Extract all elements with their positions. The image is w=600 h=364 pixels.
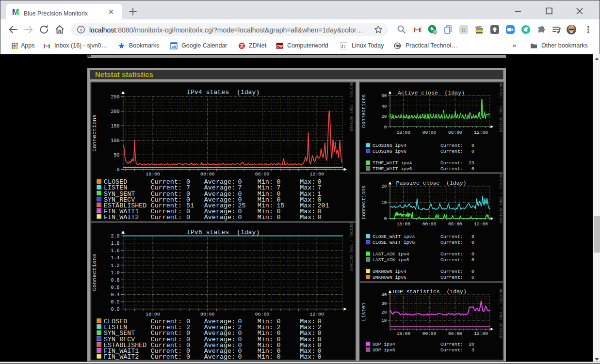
- svg-text:0: 0: [116, 167, 119, 173]
- svg-text:FIN_WAIT2: FIN_WAIT2: [104, 214, 139, 221]
- svg-text:Min:: Min:: [258, 214, 273, 221]
- svg-text:Current:: Current:: [440, 257, 463, 263]
- svg-text:Min:: Min:: [258, 353, 273, 361]
- svg-text:Current:: Current:: [440, 275, 463, 280]
- svg-text:Connections: Connections: [91, 253, 98, 291]
- svg-text:0: 0: [186, 353, 190, 361]
- svg-text:RRDTOOL / TOBI OETIKER: RRDTOOL / TOBI OETIKER: [349, 222, 353, 271]
- svg-text:0: 0: [471, 143, 474, 148]
- svg-text:Connections: Connections: [361, 186, 367, 219]
- svg-text:TIME_WAIT ipv6: TIME_WAIT ipv6: [373, 166, 412, 172]
- svg-text:Current:: Current:: [440, 348, 463, 353]
- svg-text:Current:: Current:: [440, 342, 463, 347]
- svg-text:00:00: 00:00: [422, 222, 437, 227]
- svg-text:60: 60: [381, 93, 387, 98]
- svg-text:R: R: [462, 27, 466, 33]
- svg-text:18:00: 18:00: [396, 222, 410, 227]
- svg-text:1.6: 1.6: [111, 248, 119, 253]
- svg-text:0: 0: [238, 353, 242, 361]
- svg-text:RRDTOOL / TOBI OETIKER: RRDTOOL / TOBI OETIKER: [499, 174, 503, 223]
- svg-text:3: 3: [471, 348, 474, 353]
- svg-text:00:00: 00:00: [200, 312, 215, 317]
- svg-text:?: ?: [434, 31, 436, 34]
- svg-text:LAST_ACK ipv6: LAST_ACK ipv6: [373, 257, 409, 263]
- svg-text:30: 30: [381, 301, 387, 306]
- svg-text:00:00: 00:00: [200, 172, 215, 177]
- svg-text:UNKNOWN ipv6: UNKNOWN ipv6: [373, 275, 406, 280]
- svg-text:UDP statistics (1day): UDP statistics (1day): [393, 288, 467, 295]
- svg-text:0: 0: [186, 214, 190, 221]
- svg-text:Current:: Current:: [440, 160, 463, 166]
- svg-text:Active close (1day): Active close (1day): [398, 90, 465, 96]
- svg-text:0: 0: [277, 353, 281, 361]
- svg-text:100: 100: [111, 138, 119, 143]
- svg-text:0: 0: [238, 214, 242, 221]
- svg-text:CLOSING ipv6: CLOSING ipv6: [373, 149, 406, 154]
- svg-text:Current:: Current:: [440, 252, 463, 257]
- svg-text:TIME_WAIT ipv4: TIME_WAIT ipv4: [373, 160, 412, 166]
- svg-text:Current:: Current:: [440, 269, 463, 274]
- svg-text:CW: CW: [276, 44, 283, 48]
- svg-text:23: 23: [469, 160, 474, 166]
- svg-text:12:00: 12:00: [309, 312, 324, 317]
- svg-text:1.8: 1.8: [111, 241, 119, 246]
- svg-text:IPv4 states (1day): IPv4 states (1day): [187, 89, 259, 96]
- svg-text:0: 0: [277, 214, 281, 221]
- svg-text:UDP ipv6: UDP ipv6: [373, 348, 395, 353]
- svg-text:0: 0: [471, 269, 474, 274]
- svg-text:CLOSE_WAIT ipv4: CLOSE_WAIT ipv4: [373, 234, 415, 239]
- svg-text:10: 10: [381, 200, 387, 206]
- svg-text:20: 20: [381, 114, 387, 119]
- svg-text:1.4: 1.4: [111, 255, 119, 261]
- svg-text:0: 0: [384, 216, 387, 222]
- svg-text:10: 10: [381, 318, 387, 323]
- svg-text:0: 0: [471, 275, 474, 280]
- svg-text:LAST_ACK ipv4: LAST_ACK ipv4: [373, 252, 409, 257]
- svg-text:Passive close (1day): Passive close (1day): [396, 180, 467, 186]
- svg-text:18:00: 18:00: [146, 172, 160, 177]
- svg-text:0: 0: [318, 214, 322, 221]
- svg-text:18:00: 18:00: [396, 130, 410, 135]
- svg-text:40: 40: [381, 104, 387, 109]
- svg-text:1.2: 1.2: [111, 263, 119, 269]
- svg-text:0: 0: [471, 240, 474, 245]
- svg-text:Listen: Listen: [361, 303, 367, 321]
- svg-text:FIN_WAIT2: FIN_WAIT2: [104, 353, 139, 361]
- svg-text:0: 0: [471, 149, 474, 154]
- svg-text:28: 28: [172, 45, 176, 49]
- svg-text:12:00: 12:00: [309, 172, 324, 177]
- svg-text:Current:: Current:: [440, 149, 463, 154]
- svg-text:0.0: 0.0: [111, 307, 119, 312]
- svg-text:Max:: Max:: [300, 353, 315, 361]
- svg-text:12:00: 12:00: [474, 130, 488, 135]
- svg-text:Connections: Connections: [361, 94, 367, 127]
- svg-text:6: 6: [471, 234, 474, 239]
- svg-text:250: 250: [111, 95, 119, 100]
- svg-text:20: 20: [381, 310, 387, 315]
- svg-text:0.6: 0.6: [111, 285, 119, 290]
- svg-text:Connections: Connections: [91, 114, 98, 152]
- svg-text:06:00: 06:00: [448, 130, 462, 135]
- svg-text:18:00: 18:00: [146, 312, 160, 317]
- svg-text:Current:: Current:: [151, 353, 182, 361]
- svg-text:50: 50: [114, 153, 119, 158]
- svg-text:06:00: 06:00: [448, 222, 462, 227]
- svg-text:00:00: 00:00: [422, 130, 437, 135]
- svg-text:06:00: 06:00: [255, 312, 270, 317]
- svg-text:RRDTOOL / TOBI OETIKER: RRDTOOL / TOBI OETIKER: [499, 83, 503, 132]
- svg-text:20: 20: [469, 342, 474, 347]
- svg-text:IPv6 states (1day): IPv6 states (1day): [187, 229, 259, 236]
- svg-text:Netstat statistics: Netstat statistics: [95, 70, 153, 79]
- svg-text:Current:: Current:: [440, 234, 463, 239]
- svg-text:Max:: Max:: [300, 214, 315, 221]
- svg-text:0: 0: [471, 166, 474, 172]
- svg-text:l: l: [341, 44, 343, 49]
- svg-text:UDP ipv4: UDP ipv4: [373, 342, 395, 347]
- svg-text:12:00: 12:00: [474, 331, 488, 336]
- svg-text:00:00: 00:00: [422, 331, 437, 336]
- svg-text:0: 0: [384, 125, 387, 130]
- svg-text:Average:: Average:: [204, 214, 235, 221]
- svg-text:0: 0: [471, 257, 474, 263]
- svg-text:RRDTOOL / TOBI OETIKER: RRDTOOL / TOBI OETIKER: [349, 82, 353, 131]
- svg-text:12:00: 12:00: [474, 222, 488, 227]
